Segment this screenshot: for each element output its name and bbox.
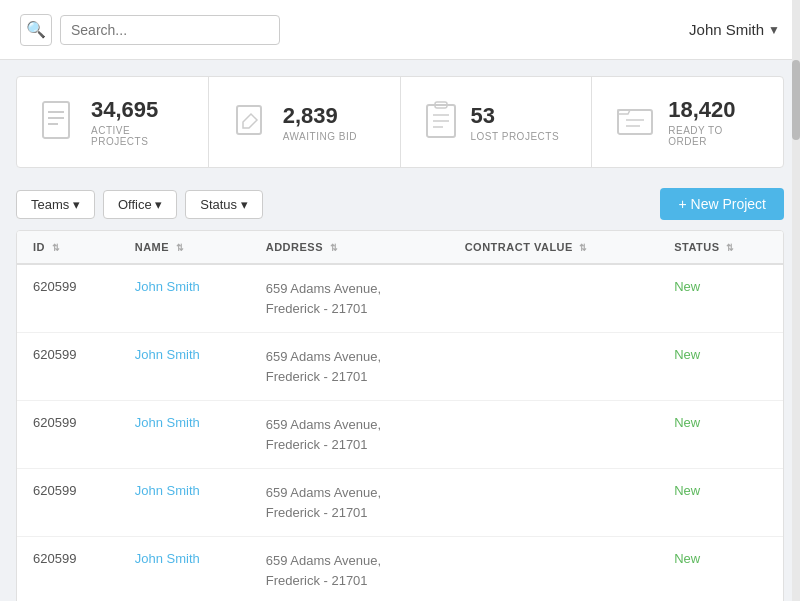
scrollbar-thumb[interactable]: [792, 60, 800, 140]
stat-ready-to-order: 18,420 READY TOORDER: [592, 77, 783, 167]
stat-awaiting-bid: 2,839 AWAITING BID: [209, 77, 401, 167]
cell-name[interactable]: John Smith: [119, 469, 250, 537]
col-header-status[interactable]: STATUS ⇅: [658, 231, 783, 264]
sort-icon-name: ⇅: [176, 243, 185, 253]
col-id-label: ID: [33, 241, 45, 253]
projects-table: ID ⇅ NAME ⇅ ADDRESS ⇅ CONTRACT VALUE ⇅: [16, 230, 784, 601]
cell-address: 659 Adams Avenue,Frederick - 21701: [250, 333, 449, 401]
lost-projects-number: 53: [471, 103, 560, 129]
filter-buttons: Teams ▾ Office ▾ Status ▾: [16, 190, 263, 219]
col-header-contract-value[interactable]: CONTRACT VALUE ⇅: [449, 231, 659, 264]
search-button[interactable]: 🔍: [20, 14, 52, 46]
header: 🔍 John Smith ▼: [0, 0, 800, 60]
cell-contract-value: [449, 537, 659, 602]
stats-container: 34,695 ACTIVEPROJECTS 2,839 AWAITING BID: [16, 76, 784, 168]
cell-status: New: [658, 537, 783, 602]
chevron-down-icon: ▼: [768, 23, 780, 37]
edit-icon: [233, 102, 269, 143]
cell-contract-value: [449, 469, 659, 537]
table-row: 620599 John Smith 659 Adams Avenue,Frede…: [17, 333, 783, 401]
stat-lost-projects: 53 LOST PROJECTS: [401, 77, 593, 167]
cell-status: New: [658, 469, 783, 537]
cell-address: 659 Adams Avenue,Frederick - 21701: [250, 401, 449, 469]
col-address-label: ADDRESS: [266, 241, 323, 253]
cell-id: 620599: [17, 333, 119, 401]
active-projects-label: ACTIVEPROJECTS: [91, 125, 158, 147]
sort-icon-status: ⇅: [726, 243, 735, 253]
cell-name[interactable]: John Smith: [119, 537, 250, 602]
cell-id: 620599: [17, 469, 119, 537]
clipboard-icon: [425, 101, 457, 144]
cell-status: New: [658, 401, 783, 469]
col-contract-label: CONTRACT VALUE: [465, 241, 573, 253]
table-row: 620599 John Smith 659 Adams Avenue,Frede…: [17, 537, 783, 602]
awaiting-bid-label: AWAITING BID: [283, 131, 357, 142]
user-name: John Smith: [689, 21, 764, 38]
new-project-button[interactable]: + New Project: [660, 188, 784, 220]
cell-contract-value: [449, 264, 659, 333]
cell-address: 659 Adams Avenue,Frederick - 21701: [250, 537, 449, 602]
ready-to-order-label: READY TOORDER: [668, 125, 735, 147]
status-filter-button[interactable]: Status ▾: [185, 190, 262, 219]
search-icon: 🔍: [26, 20, 46, 39]
sort-icon-id: ⇅: [52, 243, 61, 253]
cell-status: New: [658, 333, 783, 401]
col-header-name[interactable]: NAME ⇅: [119, 231, 250, 264]
svg-rect-0: [43, 102, 69, 138]
cell-address: 659 Adams Avenue,Frederick - 21701: [250, 264, 449, 333]
col-header-address[interactable]: ADDRESS ⇅: [250, 231, 449, 264]
col-status-label: STATUS: [674, 241, 719, 253]
ready-to-order-number: 18,420: [668, 97, 735, 123]
active-projects-number: 34,695: [91, 97, 158, 123]
toolbar: Teams ▾ Office ▾ Status ▾ + New Project: [16, 184, 784, 220]
search-input[interactable]: [60, 15, 280, 45]
teams-filter-button[interactable]: Teams ▾: [16, 190, 95, 219]
cell-id: 620599: [17, 264, 119, 333]
folder-icon: [616, 104, 654, 141]
cell-name[interactable]: John Smith: [119, 401, 250, 469]
cell-name[interactable]: John Smith: [119, 333, 250, 401]
awaiting-bid-number: 2,839: [283, 103, 357, 129]
table-row: 620599 John Smith 659 Adams Avenue,Frede…: [17, 264, 783, 333]
col-name-label: NAME: [135, 241, 169, 253]
cell-address: 659 Adams Avenue,Frederick - 21701: [250, 469, 449, 537]
cell-id: 620599: [17, 401, 119, 469]
scrollbar-track[interactable]: [792, 0, 800, 601]
cell-id: 620599: [17, 537, 119, 602]
sort-icon-contract: ⇅: [579, 243, 588, 253]
search-area: 🔍: [20, 14, 280, 46]
sort-icon-address: ⇅: [330, 243, 339, 253]
cell-name[interactable]: John Smith: [119, 264, 250, 333]
cell-contract-value: [449, 333, 659, 401]
office-filter-button[interactable]: Office ▾: [103, 190, 177, 219]
stat-active-projects: 34,695 ACTIVEPROJECTS: [17, 77, 209, 167]
table-header-row: ID ⇅ NAME ⇅ ADDRESS ⇅ CONTRACT VALUE ⇅: [17, 231, 783, 264]
lost-projects-label: LOST PROJECTS: [471, 131, 560, 142]
table-row: 620599 John Smith 659 Adams Avenue,Frede…: [17, 401, 783, 469]
cell-status: New: [658, 264, 783, 333]
col-header-id[interactable]: ID ⇅: [17, 231, 119, 264]
table-row: 620599 John Smith 659 Adams Avenue,Frede…: [17, 469, 783, 537]
cell-contract-value: [449, 401, 659, 469]
user-menu[interactable]: John Smith ▼: [689, 21, 780, 38]
document-icon: [41, 100, 77, 145]
